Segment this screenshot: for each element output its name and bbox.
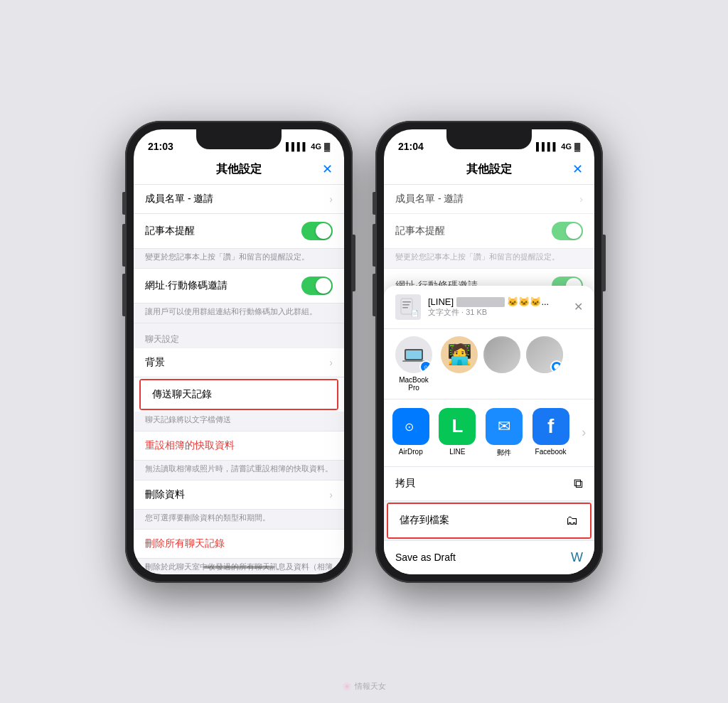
- fb-app-icon: f: [532, 408, 569, 445]
- avatar1: 🧑‍💻: [441, 336, 478, 373]
- section-header-chat: 聊天設定: [134, 323, 344, 348]
- person2[interactable]: [483, 336, 520, 392]
- line-label: LINE: [449, 448, 465, 456]
- close-button2[interactable]: ✕: [572, 161, 583, 177]
- list-item: 成員名單 - 邀請 ›: [384, 185, 594, 214]
- power-button: [353, 235, 355, 291]
- app-airdrop[interactable]: ⊙ AirDrop: [392, 408, 429, 458]
- mail-label: 郵件: [497, 448, 511, 458]
- save-files-label: 儲存到檔案: [400, 514, 449, 527]
- avatar3: [526, 336, 563, 373]
- list-item[interactable]: 成員名單 - 邀請 ›: [134, 185, 344, 214]
- toggle-reminder[interactable]: [301, 222, 333, 240]
- list-item-qr[interactable]: 網址·行動條碼邀請: [134, 269, 344, 304]
- list-item-delete-all[interactable]: 刪除所有聊天記錄: [134, 530, 344, 559]
- item-label: 成員名單 - 邀請: [145, 193, 213, 205]
- volume-down-button: [122, 274, 125, 316]
- network-type2: 4G: [561, 142, 572, 151]
- list-item-reminder2: 記事本提醒: [384, 214, 594, 249]
- notch2: [446, 129, 532, 149]
- status-time: 21:03: [148, 141, 173, 152]
- messenger-badge: [550, 360, 563, 373]
- svg-rect-6: [406, 350, 422, 359]
- item-label: 刪除資料: [145, 488, 185, 501]
- copy-label: 拷貝: [395, 477, 415, 490]
- person-name-macbook: MacBook Pro: [392, 376, 435, 392]
- chevron-icon: ›: [329, 489, 333, 500]
- person-macbook[interactable]: ⊙ MacBook Pro: [392, 336, 435, 392]
- line-app-icon: L: [439, 408, 476, 445]
- svg-rect-2: [402, 304, 410, 306]
- svg-text:⊙: ⊙: [424, 365, 428, 370]
- chevron-icon: ›: [329, 357, 333, 368]
- status-time2: 21:04: [398, 141, 424, 152]
- status-icons2: ▌▌▌▌ 4G ▓: [536, 142, 580, 151]
- svg-rect-1: [402, 301, 411, 303]
- notch: [196, 129, 282, 149]
- phone1: 21:03 ▌▌▌▌ 4G ▓ 其他設定 ✕ 成員名單 - 邀請 ›: [125, 121, 353, 583]
- close-button[interactable]: ✕: [322, 161, 333, 177]
- note2: 變更於您記事本上按「讚」和留言的提醒設定。: [384, 249, 594, 269]
- close-share-icon[interactable]: ✕: [574, 300, 583, 313]
- signal-icon: ▌▌▌▌: [286, 142, 308, 151]
- person3[interactable]: [526, 336, 563, 392]
- toggle2: [552, 222, 583, 240]
- screen-title: 其他設定: [216, 162, 262, 177]
- screen-header: 其他設定 ✕: [134, 158, 344, 185]
- draft-action[interactable]: Save as Draft W: [384, 540, 594, 574]
- list-item-send-history[interactable]: 傳送聊天記錄: [141, 380, 337, 409]
- save-files-action[interactable]: 儲存到檔案 🗂: [388, 504, 590, 537]
- screen-content[interactable]: 成員名單 - 邀請 › 記事本提醒 變更於您記事本上按「讚」和留言的提醒設定。 …: [134, 185, 344, 573]
- emoji-avatar1: 🧑‍💻: [441, 336, 478, 373]
- battery-icon: ▓: [324, 142, 330, 151]
- phone2: 21:04 ▌▌▌▌ 4G ▓ 其他設定 ✕ 成員名單 - 邀請 › 記事: [375, 121, 603, 583]
- item-label: 網址·行動條碼邀請: [145, 279, 228, 292]
- phone2-screen: 21:04 ▌▌▌▌ 4G ▓ 其他設定 ✕ 成員名單 - 邀請 › 記事: [384, 129, 594, 574]
- person1[interactable]: 🧑‍💻: [441, 336, 478, 392]
- chevron-icon: ›: [329, 193, 333, 205]
- mail-app-icon: ✉: [486, 408, 523, 445]
- qr-note: 讓用戶可以使用群組連結和行動條碼加入此群組。: [134, 304, 344, 323]
- watermark-text: 情報天女: [355, 682, 386, 690]
- people-row[interactable]: ⊙ MacBook Pro 🧑‍💻: [384, 329, 594, 399]
- file-name-blurred: ████████: [456, 297, 505, 307]
- copy-icon: ⧉: [574, 476, 583, 491]
- app-facebook[interactable]: f Facebook: [532, 408, 569, 458]
- item-label: 記事本提醒: [145, 225, 195, 237]
- apps-row[interactable]: ⊙ AirDrop L LINE: [384, 399, 594, 467]
- list-item-reminder[interactable]: 記事本提醒: [134, 214, 344, 249]
- send-chat-history-highlighted: 傳送聊天記錄: [139, 379, 338, 410]
- delete-note: 您可選擇要刪除資料的類型和期間。: [134, 510, 344, 530]
- item-label-red: 刪除所有聊天記錄: [145, 537, 225, 550]
- svg-rect-3: [402, 307, 408, 308]
- avatar-macbook: ⊙: [395, 336, 432, 373]
- app-mail[interactable]: ✉ 郵件: [486, 408, 523, 458]
- volume-up-button: [373, 224, 375, 267]
- wordpress-icon: W: [571, 550, 583, 565]
- file-details: 文字文件 · 31 KB: [428, 307, 567, 318]
- share-sheet[interactable]: 📄 [LINE] ████████ 🐱🐱🐱... 文字文件 · 31 KB ✕: [384, 286, 594, 574]
- item-label: 成員名單 - 邀請: [395, 193, 464, 205]
- airdrop-label: AirDrop: [399, 448, 423, 456]
- home-indicator: [203, 566, 274, 569]
- power-button: [603, 235, 606, 291]
- screen-header2: 其他設定 ✕: [384, 158, 594, 185]
- file-info: [LINE] ████████ 🐱🐱🐱... 文字文件 · 31 KB: [428, 296, 567, 318]
- reminder-note: 變更於您記事本上按「讚」和留言的提醒設定。: [134, 249, 344, 269]
- volume-up-button: [122, 224, 125, 267]
- toggle-qr[interactable]: [301, 277, 333, 295]
- volume-down-button: [373, 274, 375, 316]
- airdrop-app-icon: ⊙: [392, 408, 429, 445]
- svg-text:📄: 📄: [411, 309, 418, 317]
- list-item-reset[interactable]: 重設相簿的快取資料: [134, 431, 344, 461]
- list-item-delete[interactable]: 刪除資料 ›: [134, 481, 344, 510]
- file-name: [LINE] ████████ 🐱🐱🐱...: [428, 296, 567, 307]
- list-item-background[interactable]: 背景 ›: [134, 348, 344, 377]
- app-line[interactable]: L LINE: [439, 408, 476, 458]
- battery-icon2: ▓: [574, 142, 580, 151]
- reset-note: 無法讀取相簿或照片時，請嘗試重設相簿的快取資料。: [134, 461, 344, 481]
- file-icon: 📄: [395, 294, 421, 320]
- save-files-icon: 🗂: [566, 513, 579, 528]
- history-note: 聊天記錄將以文字檔傳送: [134, 412, 344, 431]
- copy-action[interactable]: 拷貝 ⧉: [384, 467, 594, 501]
